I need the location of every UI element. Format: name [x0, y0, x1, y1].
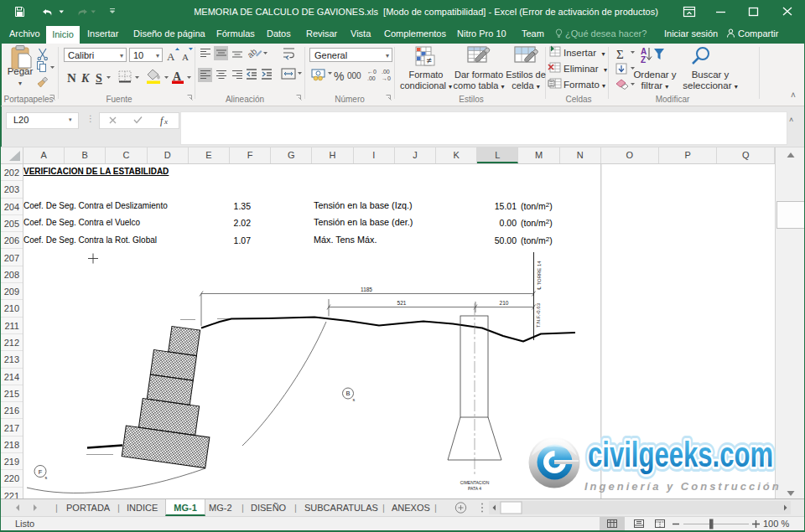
svg-text:Ingeniería y Construcción: Ingeniería y Construcción: [584, 480, 782, 493]
svg-text:civilgeeks.com: civilgeeks.com: [588, 435, 773, 474]
